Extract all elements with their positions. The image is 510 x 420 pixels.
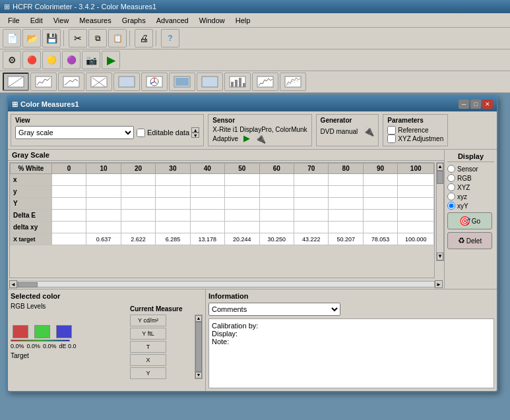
new-button[interactable]: 📄 (3, 29, 21, 47)
open-button[interactable]: 📂 (22, 29, 41, 47)
cell-dE-0 (51, 210, 86, 222)
graph-btn-7[interactable] (169, 73, 195, 91)
spin-down[interactable]: ▼ (191, 133, 199, 138)
menu-advanced[interactable]: Advanced (151, 15, 194, 26)
menu-view[interactable]: View (48, 15, 75, 26)
scroll-left-btn[interactable]: ◄ (9, 280, 17, 288)
display-option-xyz-lower: xyz (447, 193, 494, 200)
cell-dxy-0 (51, 222, 86, 233)
graph-btn-2[interactable] (30, 73, 57, 91)
comments-dropdown[interactable]: Comments Measurements Settings (208, 303, 340, 316)
xyz-adj-checkbox[interactable] (387, 135, 396, 143)
scroll-down-btn[interactable]: ▼ (437, 253, 443, 260)
radio-xyz-lower[interactable] (447, 193, 455, 200)
graph-btn-3[interactable] (58, 73, 84, 91)
table-scrollbar-h[interactable]: ◄ ► (9, 280, 443, 289)
cell-xt-70: 43.222 (294, 233, 328, 245)
display-option-xyz: XYZ (447, 183, 494, 191)
generator-line1: DVD manual (321, 128, 358, 135)
menu-edit[interactable]: Edit (25, 15, 48, 26)
radio-xyy[interactable] (447, 202, 455, 210)
color-btn1[interactable]: 🔴 (22, 51, 41, 69)
measure-scrollbar[interactable]: ▲ ▼ (195, 315, 203, 379)
paste-button[interactable]: 📋 (108, 29, 127, 47)
measure-Y-cdm2[interactable]: Y cd/m² (130, 315, 166, 326)
grayscale-table-wrap[interactable]: % White 0 10 20 30 40 50 60 70 (9, 162, 435, 278)
editable-data-checkbox[interactable] (137, 129, 145, 137)
cell-Y-80 (329, 198, 363, 210)
col-40: 40 (190, 164, 224, 174)
col-80: 80 (329, 164, 363, 174)
measure-scroll-down[interactable]: ▼ (195, 372, 202, 378)
graph-btn-5[interactable] (113, 73, 140, 91)
radio-xyz[interactable] (447, 183, 455, 191)
scroll-up-btn[interactable]: ▲ (437, 163, 443, 171)
graph-btn-active[interactable] (3, 73, 29, 91)
graph-btn-10[interactable] (252, 73, 278, 91)
graph-btn-6[interactable] (141, 73, 168, 91)
color-btn2[interactable]: 🟡 (42, 51, 61, 69)
reference-checkbox[interactable] (387, 126, 396, 135)
delete-button[interactable]: ♻ Delet (447, 232, 492, 249)
menu-graphs[interactable]: Graphs (117, 15, 151, 26)
b-pct: 0.0% (43, 343, 57, 349)
cm-window-title: Color Measures1 (20, 100, 79, 108)
scroll-thumb[interactable] (437, 171, 443, 184)
table-row: X target 0.637 2.622 6.285 13.178 20.244… (11, 233, 434, 245)
measure-scroll-up[interactable]: ▲ (195, 315, 202, 322)
cell-dxy-20 (121, 222, 155, 233)
measure-Y2[interactable]: Y (130, 367, 166, 379)
cm-body: View Gray scale Color gamut Color checke… (8, 111, 497, 391)
measure-scroll-thumb[interactable] (195, 322, 202, 372)
go-button[interactable]: 🎯 Go (447, 212, 492, 229)
row-deltaE-label: Delta E (11, 210, 52, 222)
spin-control[interactable]: ▲ ▼ (191, 127, 199, 138)
print-button[interactable]: 🖨 (135, 29, 153, 47)
config-button[interactable]: ⚙ (3, 51, 21, 69)
measure-X[interactable]: X (130, 354, 166, 366)
svg-rect-4 (91, 76, 107, 87)
maximize-button[interactable]: □ (470, 100, 481, 109)
scroll-thumb-h[interactable] (18, 282, 38, 287)
measure-T[interactable]: T (130, 341, 166, 353)
save-button[interactable]: 💾 (42, 29, 61, 47)
cut-button[interactable]: ✂ (69, 29, 87, 47)
info-line-3: Note: (212, 338, 491, 345)
de-label: dE 0.0 (59, 343, 77, 349)
col-70: 70 (294, 164, 328, 174)
graph-btn-4[interactable] (86, 73, 112, 91)
g-bar-col (32, 325, 52, 338)
scroll-track-h[interactable] (17, 281, 435, 287)
help-button[interactable]: ? (161, 29, 179, 47)
menu-window[interactable]: Window (194, 15, 230, 26)
cell-xt-100: 100.000 (398, 233, 434, 245)
menu-help[interactable]: Help (230, 15, 256, 26)
graph-btn-11[interactable] (280, 73, 306, 91)
radio-rgb[interactable] (447, 174, 455, 182)
play-button[interactable]: ▶ (102, 51, 120, 69)
cell-dE-50 (225, 210, 259, 222)
menu-file[interactable]: File (3, 15, 25, 26)
sensor-play-icon[interactable]: ▶ (243, 134, 249, 143)
r-pct: 0.0% (11, 343, 24, 349)
scroll-right-btn[interactable]: ► (435, 280, 443, 288)
rgb-bars (11, 312, 125, 338)
camera-button[interactable]: 📷 (82, 51, 100, 69)
cell-Y-40 (190, 198, 224, 210)
graph-btn-8[interactable] (197, 73, 223, 91)
display-radio-group: Sensor RGB XYZ xyz (447, 165, 494, 210)
close-button[interactable]: ✕ (482, 100, 493, 109)
cm-window-icon: ⊞ (12, 100, 18, 109)
view-dropdown[interactable]: Gray scale Color gamut Color checker (15, 126, 134, 139)
measure-Y-ftL[interactable]: Y ftL (130, 328, 166, 340)
parameters-section: Parameters Reference XYZ Adjustmen (383, 114, 448, 146)
color-btn3[interactable]: 🟣 (62, 51, 80, 69)
minimize-button[interactable]: ─ (459, 100, 469, 109)
radio-sensor[interactable] (447, 165, 455, 173)
copy-button[interactable]: ⧉ (88, 29, 107, 47)
cell-y-70 (294, 186, 328, 198)
table-scrollbar-v[interactable]: ▲ ▼ (436, 162, 444, 261)
menu-measures[interactable]: Measures (74, 15, 116, 26)
graph-btn-9[interactable] (224, 73, 251, 91)
spin-up[interactable]: ▲ (191, 127, 199, 133)
